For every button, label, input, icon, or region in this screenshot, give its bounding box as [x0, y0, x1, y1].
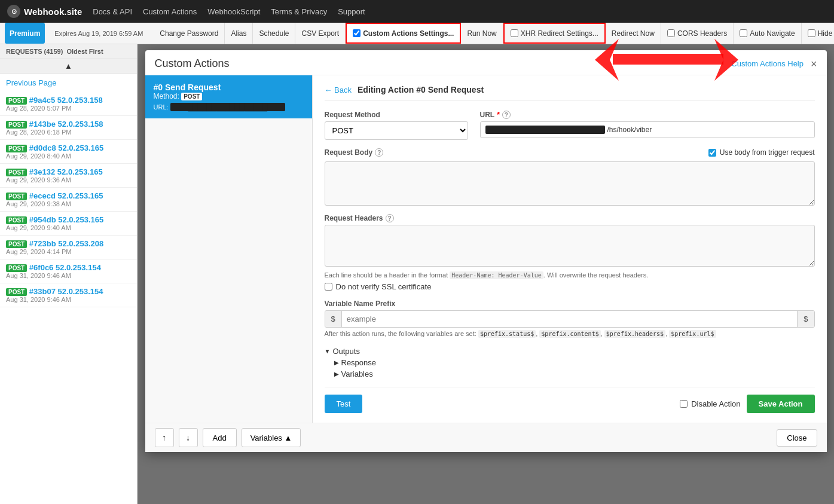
footer-left: Test	[325, 395, 363, 413]
req-id: #d0dc8 52.0.253.165	[29, 143, 103, 152]
nav-custom-actions[interactable]: Custom Actions	[143, 7, 197, 16]
request-item-7[interactable]: POST #6f0c6 52.0.253.154 Aug 31, 2020 9:…	[0, 259, 137, 283]
cors-checkbox[interactable]	[667, 29, 675, 37]
modal: Custom Actions Custom Actions Help × #0 …	[145, 50, 827, 452]
change-password-btn[interactable]: Change Password	[154, 23, 225, 44]
nav-docs[interactable]: Docs & API	[93, 7, 132, 16]
body-help-icon[interactable]: ?	[375, 148, 383, 157]
response-toggle[interactable]: Response	[325, 357, 815, 368]
save-action-button[interactable]: Save Action	[747, 395, 815, 413]
footer-right: Disable Action Save Action	[680, 395, 814, 413]
method-badge: POST	[6, 145, 27, 152]
alias-btn[interactable]: Alias	[225, 23, 253, 44]
headers-help-icon[interactable]: ?	[386, 214, 394, 222]
body-header-row: Request Body ? Use body from trigger req…	[325, 148, 815, 157]
req-id: #6f0c6 52.0.253.154	[29, 263, 101, 272]
modal-right-panel: ← Back Editing Action #0 Send Request Re…	[313, 75, 827, 423]
xhr-redirect-btn[interactable]: XHR Redirect Settings...	[503, 23, 606, 44]
method-badge: POST	[6, 97, 27, 105]
xhr-redirect-checkbox[interactable]	[511, 29, 518, 37]
add-button[interactable]: Add	[203, 428, 237, 447]
url-masked-bar	[485, 126, 605, 134]
run-now-btn[interactable]: Run Now	[461, 23, 503, 44]
editing-title: Editing Action #0 Send Request	[358, 85, 484, 94]
auto-navigate-btn[interactable]: Auto Navigate	[734, 23, 801, 44]
request-item-2[interactable]: POST #d0dc8 52.0.253.165 Aug 29, 2020 8:…	[0, 140, 137, 164]
custom-actions-label: Custom Actions Settings...	[363, 29, 454, 38]
modal-body: #0 Send Request Method: POST URL: ██████…	[145, 75, 827, 423]
prev-page[interactable]: Previous Page	[0, 74, 137, 92]
variables-button[interactable]: Variables ▲	[242, 428, 301, 447]
action-item-0[interactable]: #0 Send Request Method: POST URL: ██████…	[145, 75, 312, 118]
nav-terms[interactable]: Terms & Privacy	[271, 7, 327, 16]
req-id: #723bb 52.0.253.208	[29, 239, 103, 248]
req-id: #954db 52.0.253.165	[29, 215, 103, 224]
method-badge: POST	[6, 288, 27, 296]
method-url-row: Request Method GET POST PUT PATCH DELETE…	[325, 111, 815, 140]
modal-header-right: Custom Actions Help ×	[731, 59, 817, 69]
test-button[interactable]: Test	[325, 395, 363, 413]
disable-action-checkbox[interactable]: Disable Action	[680, 399, 740, 408]
request-method-select[interactable]: GET POST PUT PATCH DELETE HEAD	[325, 121, 468, 140]
hide-d-checkbox[interactable]	[808, 29, 815, 37]
request-item-4[interactable]: POST #ececd 52.0.253.165 Aug 29, 2020 9:…	[0, 188, 137, 212]
use-body-checkbox[interactable]: Use body from trigger request	[708, 148, 815, 157]
url-input-display: /hs/hook/viber	[480, 121, 815, 138]
url-suffix: /hs/hook/viber	[607, 126, 652, 134]
url-masked-display: █████████████████	[170, 103, 286, 111]
request-method-group: Request Method GET POST PUT PATCH DELETE…	[325, 111, 468, 140]
req-date: Aug 31, 2020 9:46 AM	[6, 296, 131, 303]
nav-webhookscript[interactable]: WebhookScript	[207, 7, 260, 16]
outputs-toggle[interactable]: Outputs	[325, 346, 815, 357]
hide-d-btn[interactable]: Hide D	[802, 23, 834, 44]
toolbar: Premium Expires Aug 19, 2019 6:59 AM Cha…	[0, 23, 834, 44]
request-item-3[interactable]: POST #3e132 52.0.253.165 Aug 29, 2020 9:…	[0, 164, 137, 188]
action-method-row: Method: POST	[154, 92, 304, 100]
editing-header: ← Back Editing Action #0 Send Request	[325, 85, 815, 101]
modal-title: Custom Actions	[155, 57, 230, 70]
premium-badge[interactable]: Premium	[5, 23, 45, 44]
request-body-label: Request Body ?	[325, 148, 384, 157]
method-badge: POST	[6, 193, 27, 200]
bottom-bar-left: ↑ ↓ Add Variables ▲	[155, 428, 301, 447]
sidebar: REQUESTS (4159) Oldest First ▲ Previous …	[0, 44, 138, 504]
help-link[interactable]: Custom Actions Help	[731, 59, 804, 68]
use-body-input[interactable]	[708, 149, 716, 157]
request-item-0[interactable]: POST #9a4c5 52.0.253.158 Aug 28, 2020 5:…	[0, 92, 137, 116]
xhr-redirect-label: XHR Redirect Settings...	[521, 29, 598, 38]
variables-toggle[interactable]: Variables	[325, 368, 815, 380]
sidebar-scroll-up[interactable]: ▲	[0, 59, 137, 74]
req-date: Aug 29, 2020 4:14 PM	[6, 248, 131, 255]
requests-count: REQUESTS (4159) Oldest First	[6, 48, 103, 55]
csv-export-btn[interactable]: CSV Export	[295, 23, 346, 44]
redirect-now-btn[interactable]: Redirect Now	[606, 23, 661, 44]
auto-navigate-checkbox[interactable]	[740, 29, 747, 37]
cors-headers-btn[interactable]: CORS Headers	[661, 23, 734, 44]
request-item-6[interactable]: POST #723bb 52.0.253.208 Aug 29, 2020 4:…	[0, 236, 137, 259]
custom-actions-checkbox[interactable]	[353, 29, 361, 37]
request-body-textarea[interactable]	[325, 161, 815, 206]
url-help-icon[interactable]: ?	[502, 111, 511, 119]
modal-close-btn[interactable]: ×	[811, 59, 817, 69]
url-label: URL * ?	[480, 111, 815, 119]
sidebar-header: REQUESTS (4159) Oldest First	[0, 44, 137, 59]
back-link[interactable]: ← Back	[325, 85, 352, 94]
schedule-btn[interactable]: Schedule	[253, 23, 295, 44]
method-badge: POST	[6, 169, 27, 176]
custom-actions-settings-btn[interactable]: Custom Actions Settings...	[346, 23, 461, 44]
request-item-1[interactable]: POST #143be 52.0.253.158 Aug 28, 2020 6:…	[0, 116, 137, 140]
request-headers-label: Request Headers ?	[325, 214, 815, 222]
move-down-button[interactable]: ↓	[179, 428, 198, 447]
request-headers-textarea[interactable]	[325, 225, 815, 267]
move-up-button[interactable]: ↑	[155, 428, 174, 447]
ssl-section: Do not verify SSL certificate	[325, 282, 815, 291]
ssl-checkbox-input[interactable]	[325, 283, 332, 291]
nav-support[interactable]: Support	[338, 7, 365, 16]
disable-action-input[interactable]	[680, 400, 688, 408]
action-url-row: URL: █████████████████	[154, 103, 304, 111]
prefix-input[interactable]	[342, 311, 798, 327]
request-method-label: Request Method	[325, 111, 468, 119]
close-button[interactable]: Close	[777, 429, 817, 447]
request-item-8[interactable]: POST #33b07 52.0.253.154 Aug 31, 2020 9:…	[0, 283, 137, 307]
request-item-5[interactable]: POST #954db 52.0.253.165 Aug 29, 2020 9:…	[0, 212, 137, 236]
